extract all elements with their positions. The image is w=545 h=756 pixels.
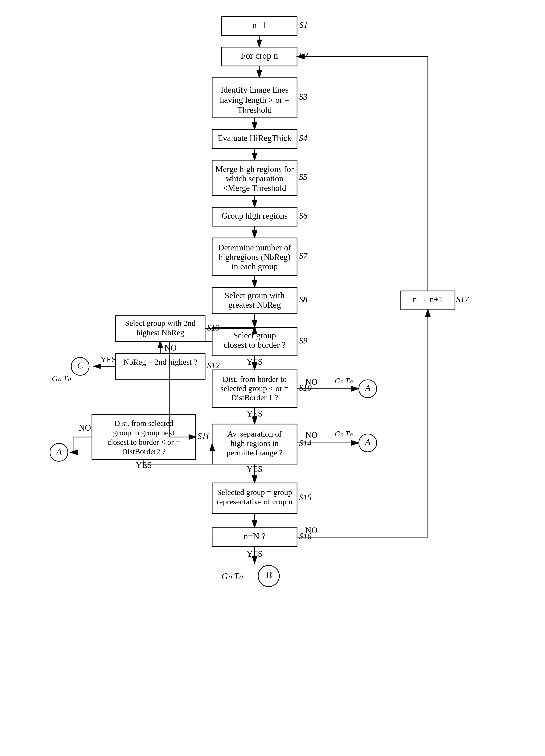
s9-t1: Select group xyxy=(233,331,276,340)
s1-text: n=1 xyxy=(252,20,266,30)
s13-t2: highest NbReg xyxy=(136,328,184,337)
s11-t3: closest to border < or = xyxy=(107,438,180,446)
s12-box xyxy=(115,353,205,379)
s15-label: S15 xyxy=(299,493,312,502)
s10-t1: Dist. from border to xyxy=(222,375,287,384)
s10-t3: DistBorder 1 ? xyxy=(231,393,278,402)
circle-b-text: B xyxy=(266,570,272,580)
s3-t1: Identify image lines xyxy=(221,85,289,94)
s2-label: S2 xyxy=(300,51,308,60)
s8-t2: greatest NbReg xyxy=(228,300,281,310)
s10-goto: G₀ T₀ xyxy=(335,376,353,385)
s5-t1: Merge high regions for xyxy=(215,164,294,174)
s7-t3: in each group xyxy=(231,262,278,271)
s17-label: S17 xyxy=(456,295,469,304)
s9-t2: closest to border ? xyxy=(224,340,286,350)
s8-t1: Select group with xyxy=(225,291,285,300)
s6-label: S6 xyxy=(299,211,308,221)
s7-label: S7 xyxy=(299,251,308,261)
s14-goto: G₀ T₀ xyxy=(335,429,353,438)
s5-t3: <Merge Threshold xyxy=(223,183,286,193)
s6-text: Group high regions xyxy=(221,211,288,221)
goto-b: G₀ T₀ xyxy=(221,571,243,581)
s12-t1: NbReg = 2nd highest ? xyxy=(123,358,197,366)
s14-t3: permitted range ? xyxy=(226,448,283,457)
s16-no: NO xyxy=(305,526,318,535)
circle-a-left-text: A xyxy=(55,446,62,456)
s15-t2: representative of crop n xyxy=(217,497,293,506)
s11-t2: group to group next xyxy=(113,429,174,437)
s17-text: n → n+1 xyxy=(413,295,443,304)
s10-no: NO xyxy=(305,377,318,387)
s5-t2: which separation xyxy=(226,174,284,183)
s12-no: ↑ NO xyxy=(158,343,177,352)
s10-t2: selected group < or = xyxy=(220,384,289,393)
s13-label: S13 xyxy=(207,323,220,332)
s9-label: S9 xyxy=(299,336,308,345)
s3-label: S3 xyxy=(299,92,308,102)
s4-label: S4 xyxy=(299,133,308,143)
s16-text: n=N ? xyxy=(243,531,266,541)
s11-t1: Dist. from selected xyxy=(114,419,173,428)
goto-c: G₀ T₀ xyxy=(52,374,71,383)
circle-a2-text: A xyxy=(364,437,371,447)
s3-t2: having length > or = xyxy=(220,95,290,105)
s12-yes: YES xyxy=(100,355,116,364)
s12-label: S12 xyxy=(207,361,220,370)
s7-t1: Determine number of xyxy=(218,243,291,252)
s14-t2: high regions in xyxy=(230,439,279,448)
s11-t4: DistBorder2 ? xyxy=(122,447,166,456)
s11-label: S11 xyxy=(197,431,209,441)
s14-no: NO xyxy=(305,430,318,440)
s11-no: NO xyxy=(79,423,91,433)
s1-label: S1 xyxy=(300,20,308,30)
s14-t1: Av. separation of xyxy=(227,429,282,438)
s8-label: S8 xyxy=(299,295,308,304)
s2-text: For crop n xyxy=(241,51,278,61)
s5-label: S5 xyxy=(299,172,308,182)
circle-c-text: C xyxy=(77,360,83,370)
flowchart-main: n=1 S1 For crop n S2 Identify image line… xyxy=(0,0,545,756)
s7-t2: highregions (NbReg) xyxy=(219,252,291,262)
s3-t3: Threshold xyxy=(237,105,272,115)
s15-t1: Selected group = group xyxy=(217,488,292,497)
circle-a1-text: A xyxy=(364,383,371,393)
s13-t1: Select group with 2nd xyxy=(125,319,195,327)
s4-text: Evaluate HiRegThick xyxy=(218,133,292,143)
